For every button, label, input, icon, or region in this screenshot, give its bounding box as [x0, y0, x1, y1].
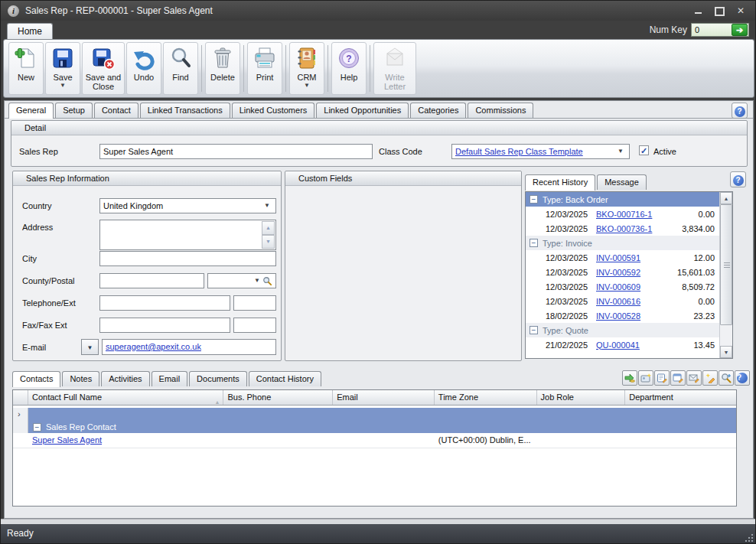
edit-contact-button[interactable] — [702, 370, 718, 386]
transaction-link[interactable]: INV-000609 — [596, 282, 666, 292]
collapse-icon[interactable]: − — [530, 195, 538, 204]
collapse-icon[interactable]: − — [530, 239, 538, 247]
new-button[interactable]: New — [8, 42, 44, 95]
tab-contacts[interactable]: Contacts — [12, 371, 60, 387]
new-contact-button[interactable] — [638, 370, 653, 386]
print-button[interactable]: Print — [247, 42, 282, 95]
tab-email[interactable]: Email — [152, 371, 188, 386]
fax-ext-input[interactable] — [233, 318, 276, 333]
column-header-job-role[interactable]: Job Role — [537, 390, 626, 405]
grid-help-button[interactable]: ? — [735, 370, 750, 386]
column-header-department[interactable]: Department — [625, 390, 736, 405]
tab-notes[interactable]: Notes — [62, 371, 99, 386]
transaction-link[interactable]: INV-000616 — [596, 297, 666, 306]
collapse-icon[interactable]: − — [33, 423, 41, 432]
save-and-close-button[interactable]: Save and Close — [82, 42, 125, 95]
scroll-down-icon[interactable]: ▼ — [720, 346, 732, 358]
delete-button[interactable]: Delete — [205, 42, 240, 95]
tab-linked-opportunities[interactable]: Linked Opportunities — [316, 103, 409, 118]
chevron-down-icon[interactable]: ▼ — [615, 145, 626, 158]
tab-categories[interactable]: Categories — [410, 103, 466, 118]
close-button[interactable]: ✕ — [735, 5, 746, 16]
crm-button[interactable]: CRM ▼ — [289, 42, 324, 95]
active-checkbox[interactable]: ✓ — [639, 145, 649, 155]
save-button[interactable]: Save ▼ — [45, 42, 80, 95]
column-header-email[interactable]: Email — [333, 390, 435, 405]
email-dropdown-button[interactable]: ▼ — [81, 339, 99, 355]
column-header-time-zone[interactable]: Time Zone — [435, 390, 537, 405]
fax-input[interactable] — [99, 318, 230, 333]
minimize-button[interactable] — [692, 5, 703, 16]
tab-general[interactable]: General — [8, 103, 54, 119]
status-bar: Ready — [1, 524, 755, 544]
undo-button[interactable]: Undo — [126, 42, 161, 95]
chevron-down-icon[interactable]: ▼ — [262, 199, 272, 213]
chevron-down-icon[interactable]: ▼ — [252, 274, 262, 288]
country-combo[interactable]: United Kingdom ▼ — [99, 198, 276, 213]
history-scrollbar[interactable]: ▲ ▼ — [719, 192, 732, 358]
contact-name-link[interactable]: Super Sales Agent — [32, 435, 102, 445]
postal-search-icon[interactable] — [262, 276, 272, 286]
column-header-contact-full-name[interactable]: Contact Full Name ▲ — [28, 390, 223, 405]
crm-dropdown-caret[interactable]: ▼ — [304, 83, 310, 89]
email-input[interactable]: superagent@apexit.co.uk — [102, 339, 276, 355]
address-scroll-buttons[interactable]: ▲▼ — [262, 221, 275, 249]
resize-grip[interactable] — [745, 533, 754, 542]
class-code-combo[interactable]: Default Sales Rep Class Template ▼ — [451, 144, 630, 159]
link-contact-button[interactable] — [622, 370, 637, 386]
address-input[interactable]: ▲▼ — [99, 220, 276, 250]
scrollbar-thumb[interactable] — [720, 204, 732, 325]
tab-activities[interactable]: Activities — [101, 371, 149, 386]
tab-message[interactable]: Message — [597, 174, 647, 190]
tab-setup[interactable]: Setup — [55, 103, 93, 118]
contact-row[interactable]: Super Sales Agent (UTC+00:00) Dublin, E.… — [13, 433, 736, 448]
scroll-up-icon[interactable]: ▲ — [720, 192, 732, 204]
tab-recent-history[interactable]: Recent History — [525, 174, 595, 191]
transaction-link[interactable]: QU-000041 — [596, 340, 666, 350]
county-input[interactable] — [99, 273, 204, 288]
new-activity-button[interactable] — [670, 370, 686, 386]
tab-home[interactable]: Home — [7, 23, 53, 39]
history-group-invoice[interactable]: − Type: Invoice — [526, 236, 719, 250]
sales-rep-input[interactable]: Super Sales Agent — [99, 144, 373, 159]
tab-documents[interactable]: Documents — [189, 371, 247, 386]
row-selector-cell[interactable]: › — [13, 408, 28, 433]
transaction-link[interactable]: INV-000592 — [596, 268, 666, 277]
column-header-bus-phone[interactable]: Bus. Phone — [223, 390, 333, 405]
telephone-input[interactable] — [99, 295, 230, 311]
history-help-button[interactable]: ? — [730, 171, 746, 187]
collapse-icon[interactable]: − — [530, 326, 538, 334]
save-dropdown-caret[interactable]: ▼ — [60, 83, 66, 89]
city-input[interactable] — [99, 251, 276, 266]
transaction-link[interactable]: INV-000528 — [596, 311, 666, 321]
tab-contact[interactable]: Contact — [94, 103, 138, 118]
grid-header-row: Contact Full Name ▲ Bus. Phone Email Tim… — [13, 390, 736, 406]
help-ribbon-button[interactable]: ? Help — [331, 42, 367, 95]
write-letter-button: Write Letter — [373, 42, 416, 95]
maximize-button[interactable] — [714, 5, 725, 16]
new-note-button[interactable] — [654, 370, 670, 386]
telephone-ext-input[interactable] — [233, 295, 276, 311]
transaction-link[interactable]: BKO-000716-1 — [596, 210, 666, 219]
page-help-button[interactable]: ? — [732, 103, 748, 119]
num-key-input[interactable]: 0 ➔ — [691, 23, 749, 37]
transaction-link[interactable]: BKO-000736-1 — [596, 224, 666, 233]
class-code-link[interactable]: Default Sales Rep Class Template — [455, 145, 615, 158]
row-selector-header — [13, 390, 28, 405]
contacts-group-row[interactable]: − Sales Rep Contact — [28, 408, 736, 433]
tab-contact-history[interactable]: Contact History — [249, 371, 321, 386]
email-link[interactable]: superagent@apexit.co.uk — [106, 342, 201, 351]
find-contact-button[interactable] — [719, 370, 734, 386]
tab-linked-customers[interactable]: Linked Customers — [232, 103, 315, 118]
history-group-quote[interactable]: − Type: Quote — [526, 323, 719, 337]
ribbon-separator — [285, 45, 286, 92]
transaction-link[interactable]: INV-000591 — [596, 253, 666, 262]
tab-linked-transactions[interactable]: Linked Transactions — [140, 103, 230, 118]
new-email-button[interactable] — [686, 370, 702, 386]
history-group-back-order[interactable]: − Type: Back Order — [526, 192, 719, 207]
postal-lookup-combo[interactable]: ▼ — [207, 273, 276, 288]
find-button[interactable]: Find — [163, 42, 198, 95]
tab-commissions[interactable]: Commissions — [468, 103, 533, 118]
new-note-icon — [657, 373, 667, 383]
num-key-go-button[interactable]: ➔ — [732, 24, 748, 36]
